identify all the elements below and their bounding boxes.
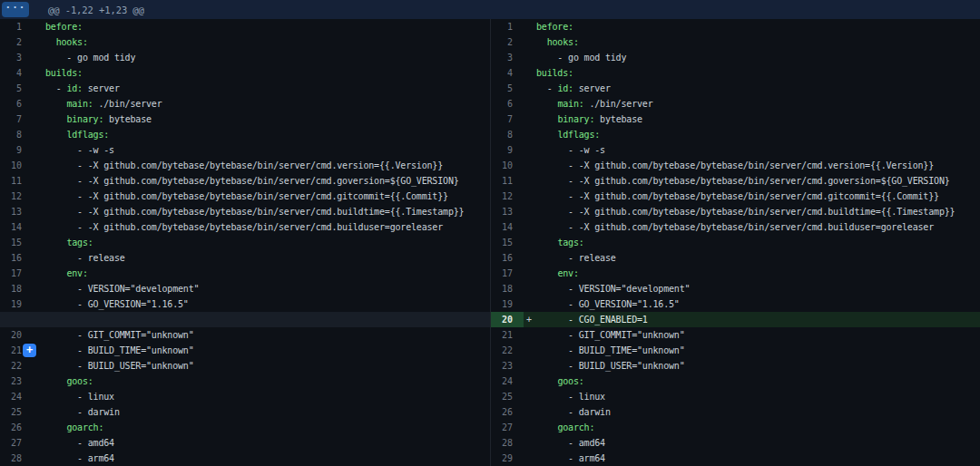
- line-number[interactable]: 25: [0, 404, 33, 420]
- diff-line: 6 main: ./bin/server: [0, 96, 490, 112]
- yaml-key: ldflags:: [66, 130, 109, 140]
- diff-line: 13 - -X github.com/bytebase/bytebase/bin…: [491, 204, 980, 219]
- line-number[interactable]: 9: [491, 142, 524, 158]
- line-number[interactable]: 23: [0, 374, 33, 389]
- expand-hunk-button[interactable]: ···: [2, 2, 29, 17]
- line-number[interactable]: 27: [0, 435, 33, 451]
- code-line: - -X github.com/bytebase/bytebase/bin/se…: [524, 204, 980, 219]
- code-text: - release: [536, 253, 616, 263]
- code-text: - -X github.com/bytebase/bytebase/bin/se…: [536, 191, 939, 201]
- line-number[interactable]: 4: [0, 65, 33, 81]
- line-number[interactable]: 10: [491, 158, 524, 173]
- diff-line: 3 - go mod tidy: [491, 50, 980, 65]
- code-text: - -X github.com/bytebase/bytebase/bin/se…: [45, 191, 448, 201]
- line-number[interactable]: 14: [491, 219, 524, 235]
- line-number[interactable]: 6: [0, 96, 33, 112]
- line-number[interactable]: 13: [491, 204, 524, 219]
- diff-line: 4builds:: [491, 65, 980, 81]
- line-number[interactable]: 2: [0, 34, 33, 50]
- code-text: - -X github.com/bytebase/bytebase/bin/se…: [536, 222, 934, 232]
- line-number[interactable]: 29: [491, 451, 524, 466]
- yaml-key: before:: [536, 22, 573, 32]
- code-line: - linux: [524, 389, 980, 404]
- line-number[interactable]: 1: [0, 19, 33, 34]
- line-number[interactable]: 28: [491, 435, 524, 451]
- code-text: - -X github.com/bytebase/bytebase/bin/se…: [45, 207, 464, 217]
- diff-line: 20 - GIT_COMMIT="unknown": [0, 327, 490, 343]
- diff-line: 28 - amd64: [491, 435, 980, 451]
- code-text: -: [45, 83, 66, 93]
- line-number[interactable]: 23: [491, 358, 524, 374]
- code-text: - darwin: [536, 407, 611, 417]
- line-number[interactable]: 5: [0, 81, 33, 96]
- line-number[interactable]: 24: [491, 374, 524, 389]
- code-line: - BUILD_TIME="unknown": [33, 343, 490, 358]
- line-number[interactable]: 14: [0, 219, 33, 235]
- code-line: binary: bytebase: [33, 112, 490, 127]
- line-number[interactable]: 15: [491, 235, 524, 250]
- add-comment-button[interactable]: +: [23, 344, 36, 357]
- line-number[interactable]: 13: [0, 204, 33, 219]
- line-number[interactable]: 2: [491, 34, 524, 50]
- line-number[interactable]: 25: [491, 389, 524, 404]
- line-number[interactable]: 12: [0, 189, 33, 204]
- code-text: [45, 268, 66, 278]
- code-line: builds:: [524, 65, 980, 81]
- line-number[interactable]: 21: [491, 327, 524, 343]
- line-number[interactable]: 26: [491, 404, 524, 420]
- code-text: [536, 37, 547, 47]
- line-number[interactable]: 17: [0, 266, 33, 281]
- line-number[interactable]: 19: [491, 296, 524, 312]
- line-number[interactable]: 9: [0, 142, 33, 158]
- yaml-key: tags:: [66, 238, 93, 248]
- line-number[interactable]: 8: [0, 127, 33, 142]
- diff-line: 12 - -X github.com/bytebase/bytebase/bin…: [0, 189, 490, 204]
- line-number[interactable]: 24: [0, 389, 33, 404]
- code-text: - darwin: [45, 407, 120, 417]
- line-number[interactable]: 16: [0, 250, 33, 266]
- line-number[interactable]: 19: [0, 296, 33, 312]
- line-number[interactable]: 7: [0, 112, 33, 127]
- line-number[interactable]: 11: [0, 173, 33, 189]
- line-number[interactable]: 10: [0, 158, 33, 173]
- code-line: - -w -s: [33, 142, 490, 158]
- diff-line: 12 - -X github.com/bytebase/bytebase/bin…: [491, 189, 980, 204]
- line-number[interactable]: 26: [0, 420, 33, 435]
- line-number[interactable]: 20: [491, 312, 524, 327]
- line-number[interactable]: 28: [0, 451, 33, 466]
- code-text: [45, 37, 56, 47]
- code-text: [536, 99, 557, 109]
- line-number[interactable]: 17: [491, 266, 524, 281]
- line-number[interactable]: 8: [491, 127, 524, 142]
- code-line: - -X github.com/bytebase/bytebase/bin/se…: [524, 158, 980, 173]
- line-number[interactable]: 22: [491, 343, 524, 358]
- code-line: main: ./bin/server: [524, 96, 980, 112]
- line-number[interactable]: 7: [491, 112, 524, 127]
- line-number[interactable]: 18: [491, 281, 524, 296]
- line-number[interactable]: 16: [491, 250, 524, 266]
- line-number[interactable]: 11: [491, 173, 524, 189]
- code-line: ldflags:: [524, 127, 980, 142]
- line-number[interactable]: 6: [491, 96, 524, 112]
- diff-line: 22 - BUILD_USER="unknown": [0, 358, 490, 374]
- line-number[interactable]: 3: [491, 50, 524, 65]
- code-text: - GIT_COMMIT="unknown": [45, 330, 194, 340]
- line-number[interactable]: 18: [0, 281, 33, 296]
- line-number[interactable]: 12: [491, 189, 524, 204]
- code-line: goos:: [524, 374, 980, 389]
- code-text: - -X github.com/bytebase/bytebase/bin/se…: [536, 160, 934, 170]
- line-number[interactable]: 20: [0, 327, 33, 343]
- line-number[interactable]: 4: [491, 65, 524, 81]
- line-number[interactable]: 27: [491, 420, 524, 435]
- yaml-key: goarch:: [66, 422, 103, 432]
- diff-line: 2 hooks:: [491, 34, 980, 50]
- line-number[interactable]: 22: [0, 358, 33, 374]
- line-number[interactable]: 15: [0, 235, 33, 250]
- line-number[interactable]: 5: [491, 81, 524, 96]
- code-line: - -X github.com/bytebase/bytebase/bin/se…: [33, 173, 490, 189]
- code-line: + - CGO_ENABLED=1: [524, 312, 980, 327]
- line-number[interactable]: 3: [0, 50, 33, 65]
- line-number[interactable]: 1: [491, 19, 524, 34]
- code-text: [536, 268, 557, 278]
- yaml-key: tags:: [557, 238, 583, 248]
